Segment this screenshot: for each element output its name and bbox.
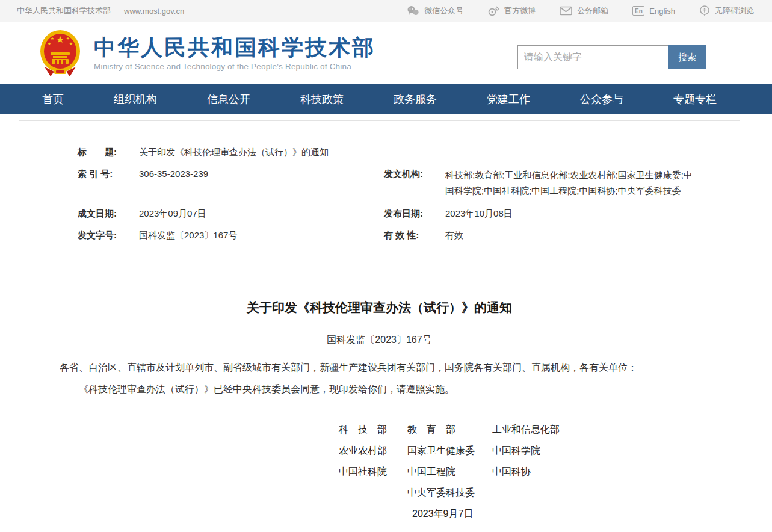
meta-row-empty — [384, 141, 708, 163]
signer: 教 育 部 — [407, 424, 492, 436]
nav-item-info-disclosure[interactable]: 信息公开 — [207, 92, 250, 107]
english-link[interactable]: En English — [632, 6, 675, 16]
meta-doc-number-label: 发文字号: — [78, 229, 128, 242]
nav-item-home[interactable]: 首页 — [42, 92, 64, 107]
weibo-link[interactable]: 官方微博 — [487, 5, 536, 16]
wechat-icon — [406, 5, 419, 16]
signer: 中国科学院 — [492, 445, 699, 457]
signature-row: 农业农村部 国家卫生健康委 中国科学院 — [339, 445, 699, 457]
signature-date-row: 2023年9月7日 — [339, 508, 699, 520]
svg-text:★: ★ — [48, 42, 51, 46]
nav-item-party-building[interactable]: 党建工作 — [487, 92, 530, 107]
nav-item-public-participation[interactable]: 公众参与 — [580, 92, 623, 107]
nav-item-gov-services[interactable]: 政务服务 — [394, 92, 437, 107]
english-label: English — [649, 7, 675, 16]
site-url[interactable]: www.most.gov.cn — [124, 7, 184, 16]
document-paragraph-recipients: 各省、自治区、直辖市及计划单列市、副省级城市有关部门，新疆生产建设兵团有关部门，… — [60, 361, 699, 374]
meta-row-date-published: 发布日期: 2023年10月08日 — [384, 203, 708, 224]
meta-date-published-label: 发布日期: — [384, 207, 434, 220]
mail-icon — [560, 6, 572, 16]
national-emblem-logo: ★ ★ ★ ★ ★ — [39, 29, 82, 78]
document-paragraph-body: 《科技伦理审查办法（试行）》已经中央科技委员会同意，现印发给你们，请遵照实施。 — [60, 383, 699, 396]
site-name: 中华人民共和国科学技术部 — [17, 5, 111, 16]
meta-row-index: 索 引 号: 306-35-2023-239 — [51, 163, 384, 203]
meta-row-doc-number: 发文字号: 国科发监〔2023〕167号 — [51, 224, 384, 246]
signer: 科 技 部 — [339, 424, 407, 436]
meta-validity-value: 有效 — [445, 229, 463, 242]
svg-text:★: ★ — [66, 36, 70, 40]
signature-block: 科 技 部 教 育 部 工业和信息化部 农业农村部 国家卫生健康委 中国科学院 … — [339, 424, 699, 520]
meta-row-date-written: 成文日期: 2023年09月07日 — [51, 203, 384, 224]
signer: 国家卫生健康委 — [407, 445, 492, 457]
wechat-label: 微信公众号 — [424, 5, 463, 16]
masthead: ★ ★ ★ ★ ★ 中华人民共和国科学技术部 Ministry of Scien… — [0, 22, 772, 84]
signer: 工业和信息化部 — [492, 424, 699, 436]
accessibility-label: 无障碍浏览 — [715, 5, 754, 16]
site-title-cn: 中华人民共和国科学技术部 — [94, 36, 375, 60]
mail-link[interactable]: 公务邮箱 — [560, 5, 608, 16]
signer: 中国工程院 — [407, 466, 492, 478]
main-navbar: 首页 组织机构 信息公开 科技政策 政务服务 党建工作 公众参与 专题专栏 — [0, 84, 772, 114]
meta-doc-number-value: 国科发监〔2023〕167号 — [139, 229, 237, 242]
signature-row: 中央军委科技委 — [339, 487, 699, 499]
document-number: 国科发监〔2023〕167号 — [60, 334, 699, 347]
signature-row: 科 技 部 教 育 部 工业和信息化部 — [339, 424, 699, 436]
nav-item-sci-tech-policy[interactable]: 科技政策 — [300, 92, 344, 107]
top-utility-bar: 中华人民共和国科学技术部 www.most.gov.cn 微信公众号 官方微博 … — [0, 0, 772, 22]
accessibility-link[interactable]: 无障碍浏览 — [699, 5, 754, 16]
meta-date-written-value: 2023年09月07日 — [139, 207, 206, 220]
meta-row-issuer: 发文机构: 科技部;教育部;工业和信息化部;农业农村部;国家卫生健康委;中国科学… — [384, 163, 708, 203]
signer: 中央军委科技委 — [407, 487, 492, 499]
meta-date-published-value: 2023年10月08日 — [445, 207, 513, 220]
meta-title-label: 标 题: — [78, 146, 128, 159]
meta-issuer-label: 发文机构: — [384, 167, 434, 199]
svg-text:★: ★ — [69, 42, 73, 46]
meta-row-title: 标 题: 关于印发《科技伦理审查办法（试行）》的通知 — [51, 141, 384, 163]
svg-text:★: ★ — [51, 36, 54, 40]
document-title: 关于印发《科技伦理审查办法（试行）》的通知 — [60, 299, 699, 316]
svg-text:★: ★ — [56, 34, 64, 45]
nav-item-special-topics[interactable]: 专题专栏 — [673, 92, 717, 107]
nav-item-organization[interactable]: 组织机构 — [114, 92, 157, 107]
english-icon: En — [632, 6, 644, 16]
meta-row-validity: 有 效 性: 有效 — [384, 224, 708, 246]
signer: 中国科协 — [492, 466, 699, 478]
site-title-en: Ministry of Science and Technology of th… — [94, 62, 375, 71]
content-container: 标 题: 关于印发《科技伦理审查办法（试行）》的通知 索 引 号: 306-35… — [19, 120, 740, 532]
mail-label: 公务邮箱 — [577, 5, 608, 16]
document-body-box: 关于印发《科技伦理审查办法（试行）》的通知 国科发监〔2023〕167号 各省、… — [51, 277, 708, 532]
signer: 中国社科院 — [339, 466, 407, 478]
weibo-label: 官方微博 — [504, 5, 536, 16]
search-button[interactable]: 搜索 — [668, 45, 706, 69]
accessibility-icon — [699, 5, 710, 16]
document-metadata-box: 标 题: 关于印发《科技伦理审查办法（试行）》的通知 索 引 号: 306-35… — [51, 134, 708, 255]
signature-row: 中国社科院 中国工程院 中国科协 — [339, 466, 699, 478]
signature-date: 2023年9月7日 — [407, 508, 492, 520]
signer: 农业农村部 — [339, 445, 407, 457]
meta-index-label: 索 引 号: — [78, 167, 128, 199]
wechat-link[interactable]: 微信公众号 — [406, 5, 463, 16]
meta-issuer-value: 科技部;教育部;工业和信息化部;农业农村部;国家卫生健康委;中国科学院;中国社科… — [445, 167, 697, 199]
weibo-icon — [487, 5, 499, 16]
site-search: 搜索 — [517, 45, 706, 69]
meta-title-value: 关于印发《科技伦理审查办法（试行）》的通知 — [139, 146, 329, 159]
meta-date-written-label: 成文日期: — [78, 207, 128, 220]
meta-index-value: 306-35-2023-239 — [139, 167, 208, 199]
search-input[interactable] — [517, 45, 668, 69]
meta-validity-label: 有 效 性: — [384, 229, 434, 242]
